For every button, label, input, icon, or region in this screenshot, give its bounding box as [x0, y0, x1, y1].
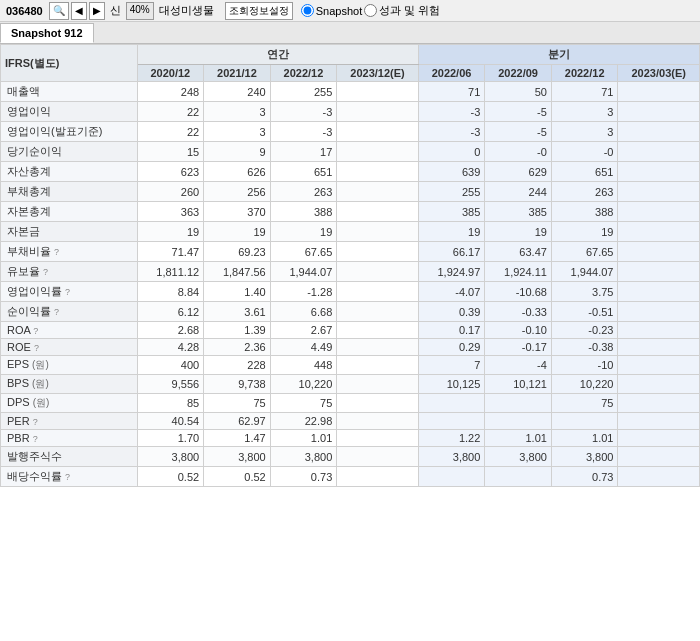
quarterly-cell: -0 [485, 142, 552, 162]
annual-cell [337, 322, 418, 339]
col-2021-12: 2021/12 [204, 65, 271, 82]
annual-cell: 0.52 [137, 467, 204, 487]
annual-cell: 370 [204, 202, 271, 222]
nav-right-button[interactable]: ▶ [89, 2, 105, 20]
annual-cell [337, 142, 418, 162]
quarterly-cell: -0.17 [485, 339, 552, 356]
quarterly-cell: -0.38 [551, 339, 618, 356]
quarterly-cell [618, 302, 700, 322]
quarterly-cell: 3 [551, 122, 618, 142]
row-label: DPS (원) [1, 394, 138, 413]
row-label: 매출액 [1, 82, 138, 102]
annual-cell: 3,800 [270, 447, 337, 467]
annual-cell: 85 [137, 394, 204, 413]
annual-cell: 400 [137, 356, 204, 375]
radio-performance[interactable]: 성과 및 위험 [364, 3, 440, 18]
col-2023-12e: 2023/12(E) [337, 65, 418, 82]
row-label: 순이익률 ? [1, 302, 138, 322]
quarterly-cell: -0.23 [551, 322, 618, 339]
table-row: ROE ?4.282.364.490.29-0.17-0.38 [1, 339, 700, 356]
quarterly-cell: 1,924.97 [418, 262, 485, 282]
annual-cell: 1.47 [204, 430, 271, 447]
ifrs-label: IFRS(별도) [1, 45, 138, 82]
table-row: 배당수익률 ?0.520.520.730.73 [1, 467, 700, 487]
quarterly-cell: 75 [551, 394, 618, 413]
row-label: 부채총계 [1, 182, 138, 202]
annual-cell: 1,811.12 [137, 262, 204, 282]
quarterly-cell: -0.33 [485, 302, 552, 322]
table-row: ROA ?2.681.392.670.17-0.10-0.23 [1, 322, 700, 339]
annual-cell: 67.65 [270, 242, 337, 262]
quarterly-cell: 1,944.07 [551, 262, 618, 282]
annual-cell: 2.36 [204, 339, 271, 356]
table-container: IFRS(별도) 연간 분기 2020/12 2021/12 2022/12 2… [0, 44, 700, 487]
quarterly-cell [618, 322, 700, 339]
quarterly-cell [418, 413, 485, 430]
quarterly-cell: 385 [485, 202, 552, 222]
pct-label: 40% [126, 2, 154, 20]
row-label: 영업이익률 ? [1, 282, 138, 302]
ticker-input[interactable]: 036480 [2, 5, 47, 17]
settings-button[interactable]: 조회정보설정 [225, 2, 293, 20]
annual-cell: 9 [204, 142, 271, 162]
row-label: 발행주식수 [1, 447, 138, 467]
quarterly-cell [618, 222, 700, 242]
quarterly-cell: 19 [551, 222, 618, 242]
table-row: 영업이익(발표기준)223-3-3-53 [1, 122, 700, 142]
flag-label: 신 [107, 3, 124, 18]
quarterly-cell: 3 [551, 102, 618, 122]
quarterly-cell: 3,800 [551, 447, 618, 467]
quarterly-cell [485, 467, 552, 487]
annual-cell: 22.98 [270, 413, 337, 430]
quarterly-cell [618, 447, 700, 467]
annual-cell [337, 302, 418, 322]
annual-cell: 3.61 [204, 302, 271, 322]
annual-cell: 19 [204, 222, 271, 242]
row-label: 자본총계 [1, 202, 138, 222]
quarterly-cell: 3.75 [551, 282, 618, 302]
quarterly-cell: -10.68 [485, 282, 552, 302]
tab-snapshot[interactable]: Snapshot 912 [0, 23, 94, 43]
annual-cell: 0.73 [270, 467, 337, 487]
annual-cell: 17 [270, 142, 337, 162]
annual-cell: 15 [137, 142, 204, 162]
annual-cell: 0.52 [204, 467, 271, 487]
annual-cell: 3 [204, 122, 271, 142]
annual-cell: 626 [204, 162, 271, 182]
quarterly-cell: -3 [418, 122, 485, 142]
table-row: 유보율 ?1,811.121,847.561,944.071,924.971,9… [1, 262, 700, 282]
annual-cell [337, 356, 418, 375]
annual-cell: 8.84 [137, 282, 204, 302]
nav-left-button[interactable]: ◀ [71, 2, 87, 20]
annual-cell [337, 430, 418, 447]
annual-cell: 248 [137, 82, 204, 102]
annual-cell: -3 [270, 102, 337, 122]
col-2020-12: 2020/12 [137, 65, 204, 82]
quarterly-cell: 10,125 [418, 375, 485, 394]
table-row: 부채비율 ?71.4769.2367.6566.1763.4767.65 [1, 242, 700, 262]
row-label: 유보율 ? [1, 262, 138, 282]
annual-cell: 22 [137, 102, 204, 122]
annual-cell: 3,800 [204, 447, 271, 467]
annual-cell: 6.68 [270, 302, 337, 322]
annual-cell: 4.49 [270, 339, 337, 356]
quarterly-cell [618, 102, 700, 122]
annual-cell: 6.12 [137, 302, 204, 322]
quarterly-cell: 629 [485, 162, 552, 182]
quarterly-cell [618, 394, 700, 413]
quarterly-cell: 385 [418, 202, 485, 222]
quarterly-header: 분기 [418, 45, 699, 65]
quarterly-cell: 71 [418, 82, 485, 102]
annual-cell: 9,556 [137, 375, 204, 394]
annual-cell [337, 222, 418, 242]
quarterly-cell: 0.39 [418, 302, 485, 322]
annual-cell: 1.01 [270, 430, 337, 447]
table-row: PER ?40.5462.9722.98 [1, 413, 700, 430]
quarterly-cell: 651 [551, 162, 618, 182]
row-label: PER ? [1, 413, 138, 430]
search-button[interactable]: 🔍 [49, 2, 69, 20]
quarterly-cell: 3,800 [418, 447, 485, 467]
radio-snapshot[interactable]: Snapshot [301, 4, 362, 17]
quarterly-cell: 388 [551, 202, 618, 222]
quarterly-cell: -4 [485, 356, 552, 375]
